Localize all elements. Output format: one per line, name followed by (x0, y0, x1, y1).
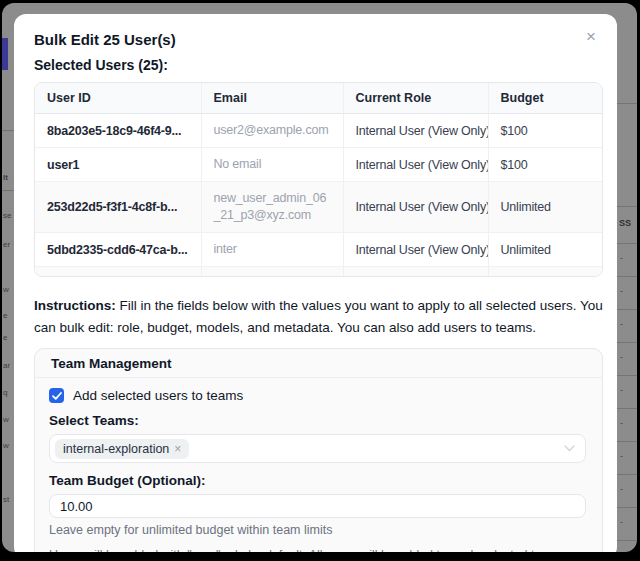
role-cell: Internal User (View Only) (343, 148, 488, 182)
email-cell: No email (201, 148, 343, 182)
selected-users-label: Selected Users (25): (34, 57, 603, 73)
team-management-panel: Team Management Add selected users to te… (34, 348, 603, 552)
role-cell: Internal User (View Only) (343, 233, 488, 267)
selected-users-table-container[interactable]: User ID Email Current Role Budget 8ba203… (34, 82, 603, 277)
role-cell: Internal User (View Only) (343, 182, 488, 233)
column-header-user-id: User ID (35, 83, 201, 114)
background-text-fragment: lt (3, 173, 8, 182)
user-id-cell: user1 (35, 148, 201, 182)
close-icon: × (586, 27, 596, 47)
background-text-fragment: q (3, 388, 7, 397)
budget-cell: Unlimited (488, 182, 602, 233)
bulk-edit-modal: × Bulk Edit 25 User(s) Selected Users (2… (14, 14, 617, 552)
background-text-fragment: w (3, 441, 9, 450)
background-text-fragment: ar (3, 361, 10, 370)
user-id-cell: 8ba203e5-18c9-46f4-9... (35, 114, 201, 148)
background-accent-button-sliver (2, 38, 8, 70)
team-budget-label: Team Budget (Optional): (49, 473, 586, 488)
role-cell: Internal User (View Only) (343, 114, 488, 148)
teams-select[interactable]: internal-exploration × (49, 434, 586, 463)
budget-cell: Unlimited (488, 233, 602, 267)
add-users-checkbox[interactable] (49, 388, 64, 403)
team-budget-input[interactable] (49, 494, 586, 518)
background-text-fragment: er (3, 240, 10, 249)
background-text-fragment: e (3, 333, 7, 342)
background-right-strip: SS - - - - - - - - - (616, 3, 637, 552)
checkmark-icon (52, 392, 62, 400)
close-button[interactable]: × (579, 25, 603, 49)
user-id-cell: 5dbd2335-cdd6-47ca-b... (35, 233, 201, 267)
email-cell: internal-user-ui-qa-06-28- (201, 267, 343, 278)
budget-cell: $100 (488, 148, 602, 182)
column-header-email: Email (201, 83, 343, 114)
chevron-down-icon (564, 445, 575, 452)
table-row: user1 No email Internal User (View Only)… (35, 148, 602, 182)
table-row: 5dbd2335-cdd6-47ca-b... inter Internal U… (35, 233, 602, 267)
table-row: 8ba203e5-18c9-46f4-9... user2@example.co… (35, 114, 602, 148)
select-teams-label: Select Teams: (49, 413, 586, 428)
table-row: internal-user-ui-qa-06-28- (35, 267, 602, 278)
budget-cell: $100 (488, 114, 602, 148)
background-text-fragment: se (3, 211, 11, 220)
table-row: 253d22d5-f3f1-4c8f-b... new_user_admin_0… (35, 182, 602, 233)
email-cell: inter (201, 233, 343, 267)
tag-remove-icon[interactable]: × (174, 443, 181, 455)
email-cell: user2@example.com (201, 114, 343, 148)
budget-cell (488, 267, 602, 278)
background-text-fragment: st (3, 495, 9, 504)
selected-users-table: User ID Email Current Role Budget 8ba203… (35, 83, 602, 277)
add-users-checkbox-label: Add selected users to teams (73, 388, 243, 403)
background-column-header: SS (619, 218, 631, 228)
table-header-row: User ID Email Current Role Budget (35, 83, 602, 114)
background-text-fragment: w (3, 415, 9, 424)
column-header-budget: Budget (488, 83, 602, 114)
background-text-fragment: e (3, 311, 7, 320)
background-text-fragment: w (3, 285, 9, 294)
role-helper-text: Users will be added with "user" role by … (49, 548, 586, 552)
team-tag: internal-exploration × (55, 439, 189, 459)
email-cell: new_user_admin_06_21_p3@xyz.com (201, 182, 343, 233)
user-id-cell (35, 267, 201, 278)
team-tag-label: internal-exploration (63, 442, 169, 456)
instructions-text: Instructions: Fill in the fields below w… (34, 295, 603, 338)
column-header-current-role: Current Role (343, 83, 488, 114)
user-id-cell: 253d22d5-f3f1-4c8f-b... (35, 182, 201, 233)
instructions-label: Instructions: (34, 298, 116, 313)
add-users-checkbox-row[interactable]: Add selected users to teams (49, 388, 586, 403)
page-title: Bulk Edit 25 User(s) (34, 31, 603, 48)
budget-helper-text: Leave empty for unlimited budget within … (49, 523, 586, 537)
role-cell (343, 267, 488, 278)
page-overlay: lt se er w e e ar q w w st SS - - - - - … (2, 3, 637, 552)
team-management-header: Team Management (35, 349, 602, 378)
